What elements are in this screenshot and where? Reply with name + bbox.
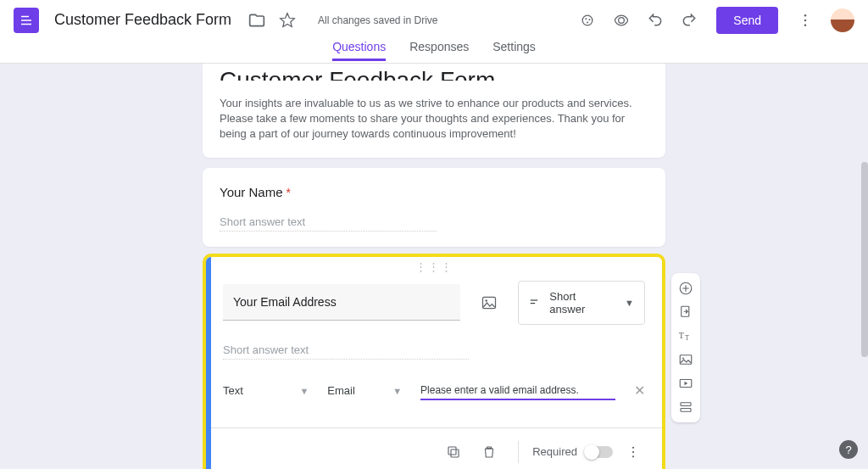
svg-point-3 <box>582 15 593 25</box>
svg-point-17 <box>632 450 634 452</box>
star-icon[interactable] <box>272 5 303 36</box>
form-description[interactable]: Your insights are invaluable to us as we… <box>220 96 648 142</box>
chevron-down-icon: ▼ <box>299 386 309 396</box>
svg-point-8 <box>804 19 807 21</box>
add-image-icon[interactable] <box>673 348 698 371</box>
add-section-icon[interactable] <box>673 395 698 419</box>
svg-point-9 <box>804 24 807 26</box>
svg-rect-26 <box>681 403 691 406</box>
form-canvas: Customer Feedback Form Your insights are… <box>0 64 868 469</box>
svg-point-6 <box>587 21 588 23</box>
form-title[interactable]: Customer Feedback Form <box>220 67 648 81</box>
question-card-name[interactable]: Your Name* Short answer text <box>203 168 665 247</box>
svg-rect-0 <box>21 15 29 17</box>
header-top: Customer Feedback Form All changes saved… <box>0 0 868 40</box>
question-more-icon[interactable] <box>618 437 648 467</box>
tab-responses[interactable]: Responses <box>409 40 469 59</box>
import-questions-icon[interactable] <box>673 300 698 324</box>
svg-point-7 <box>804 14 807 17</box>
preview-icon[interactable] <box>606 5 637 36</box>
svg-rect-1 <box>21 20 31 21</box>
move-folder-icon[interactable] <box>242 5 272 36</box>
validation-rule-dropdown[interactable]: Email ▼ <box>327 384 402 397</box>
add-title-icon[interactable]: TT <box>673 324 698 348</box>
forms-logo-icon[interactable] <box>14 8 39 33</box>
required-star: * <box>287 186 291 199</box>
add-video-icon[interactable] <box>673 371 698 395</box>
selected-accent-bar <box>206 257 211 469</box>
svg-point-5 <box>589 19 591 20</box>
question-type-dropdown[interactable]: Short answer ▼ <box>518 281 645 325</box>
side-toolbar: TT <box>671 273 700 422</box>
app-header: Customer Feedback Form All changes saved… <box>0 0 868 64</box>
svg-text:T: T <box>685 334 689 342</box>
chevron-down-icon: ▼ <box>625 298 634 308</box>
question-card-email[interactable]: ⋮⋮⋮ Your Email Address Short answer ▼ <box>206 257 662 469</box>
editor-tabs: Questions Responses Settings <box>0 40 868 63</box>
question-label: Your Name <box>220 185 283 199</box>
add-question-icon[interactable] <box>673 276 698 300</box>
duplicate-icon[interactable] <box>438 437 469 467</box>
svg-rect-10 <box>483 297 496 308</box>
divider <box>518 441 519 463</box>
send-button[interactable]: Send <box>716 7 778 34</box>
validation-type-dropdown[interactable]: Text ▼ <box>223 384 309 397</box>
required-label: Required <box>532 445 577 458</box>
svg-point-18 <box>632 455 634 457</box>
header-actions: Send <box>572 5 854 36</box>
svg-point-16 <box>632 446 634 448</box>
svg-text:T: T <box>679 331 684 340</box>
required-toggle[interactable] <box>586 446 613 458</box>
chevron-down-icon: ▼ <box>392 386 402 396</box>
more-menu-icon[interactable] <box>790 5 821 36</box>
document-title[interactable]: Customer Feedback Form <box>54 11 231 29</box>
svg-rect-13 <box>531 303 535 304</box>
svg-rect-15 <box>448 447 456 455</box>
tab-questions[interactable]: Questions <box>332 40 386 61</box>
svg-rect-23 <box>680 355 692 365</box>
scrollbar[interactable] <box>861 162 868 357</box>
svg-rect-27 <box>681 409 691 412</box>
answer-placeholder: Short answer text <box>223 343 469 360</box>
redo-icon[interactable] <box>674 5 704 36</box>
question-title-input[interactable]: Your Email Address <box>223 284 460 321</box>
short-answer-placeholder: Short answer text <box>220 215 437 232</box>
user-avatar[interactable] <box>831 8 854 32</box>
theme-icon[interactable] <box>572 5 603 36</box>
validation-row: Text ▼ Email ▼ Please enter a valid emai… <box>223 382 645 417</box>
remove-validation-icon[interactable]: ✕ <box>634 382 645 399</box>
help-icon[interactable]: ? <box>839 440 858 459</box>
svg-rect-2 <box>21 23 31 25</box>
svg-point-11 <box>485 299 487 302</box>
form-title-card[interactable]: Customer Feedback Form Your insights are… <box>203 64 665 158</box>
question-type-label: Short answer <box>549 290 608 315</box>
svg-point-24 <box>682 358 684 360</box>
add-image-icon[interactable] <box>474 288 504 318</box>
undo-icon[interactable] <box>640 5 670 36</box>
validation-error-input[interactable]: Please enter a valid email address. <box>420 382 615 400</box>
save-status: All changes saved in Drive <box>318 14 437 26</box>
question-footer: Required <box>206 427 662 469</box>
delete-icon[interactable] <box>474 437 504 467</box>
svg-rect-14 <box>451 449 459 457</box>
svg-rect-12 <box>531 299 537 300</box>
drag-handle-icon[interactable]: ⋮⋮⋮ <box>206 257 662 271</box>
selected-question-highlight: ⋮⋮⋮ Your Email Address Short answer ▼ <box>203 254 665 469</box>
svg-point-4 <box>586 18 587 20</box>
tab-settings[interactable]: Settings <box>492 40 536 59</box>
